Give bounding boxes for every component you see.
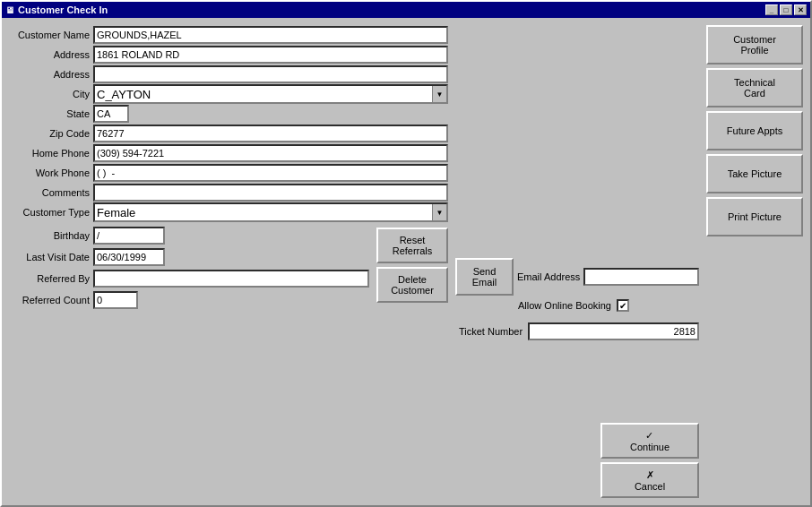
address2-input[interactable]	[93, 65, 448, 83]
birthday-row: Birthday	[9, 226, 369, 245]
referred-by-input[interactable]	[93, 270, 369, 288]
titlebar: 🖥 Customer Check In _ □ ✕	[2, 2, 810, 18]
customer-type-dropdown-btn[interactable]: ▼	[432, 204, 446, 220]
work-phone-row: Work Phone	[9, 163, 448, 183]
referred-by-row: Referred By	[9, 269, 369, 288]
city-combo[interactable]: C_AYTON ▼	[93, 84, 448, 104]
print-picture-button[interactable]: Print Picture	[706, 197, 803, 236]
customer-type-combo[interactable]: Female ▼	[93, 202, 448, 222]
customer-name-label: Customer Name	[9, 30, 90, 40]
window-title: Customer Check In	[18, 4, 108, 15]
send-email-button[interactable]: Send Email	[455, 258, 514, 296]
home-phone-input[interactable]	[93, 144, 448, 162]
customer-name-input[interactable]	[93, 26, 448, 44]
comments-input[interactable]	[93, 184, 448, 202]
zip-label: Zip Code	[9, 128, 90, 139]
window-icon: 🖥	[5, 5, 14, 15]
last-visit-input[interactable]	[93, 248, 165, 266]
ticket-number-input[interactable]	[528, 322, 699, 340]
last-visit-row: Last Visit Date	[9, 247, 369, 267]
close-button[interactable]: ✕	[794, 4, 807, 15]
online-booking-checkbox[interactable]: ✔	[617, 299, 629, 312]
continue-button[interactable]: ✓ Continue	[600, 423, 699, 459]
address1-label: Address	[9, 49, 90, 60]
state-input[interactable]	[93, 105, 129, 123]
comments-label: Comments	[9, 187, 90, 198]
city-dropdown-btn[interactable]: ▼	[432, 86, 446, 102]
home-phone-label: Home Phone	[9, 148, 90, 159]
zip-input[interactable]	[93, 125, 448, 142]
email-address-label: Email Address	[517, 271, 580, 282]
customer-name-row: Customer Name	[9, 25, 448, 45]
titlebar-controls: _ □ ✕	[765, 4, 807, 15]
titlebar-left: 🖥 Customer Check In	[5, 4, 108, 15]
address2-label: Address	[9, 69, 90, 80]
email-address-input[interactable]	[583, 268, 699, 286]
future-appts-button[interactable]: Future Appts	[706, 111, 803, 150]
reset-referrals-button[interactable]: Reset Referrals	[376, 228, 448, 263]
birthday-label: Birthday	[9, 230, 90, 241]
cancel-button[interactable]: ✗ Cancel	[600, 462, 699, 498]
state-row: State	[9, 104, 448, 124]
customer-type-value: Female	[95, 205, 432, 220]
minimize-button[interactable]: _	[765, 4, 778, 15]
take-picture-button[interactable]: Take Picture	[706, 154, 803, 193]
maximize-button[interactable]: □	[780, 4, 792, 15]
delete-customer-button[interactable]: Delete Customer	[376, 267, 448, 303]
work-phone-input[interactable]	[93, 164, 448, 182]
address2-row: Address	[9, 64, 448, 84]
referred-count-label: Referred Count	[9, 295, 90, 305]
referred-count-row: Referred Count	[9, 290, 369, 310]
address1-input[interactable]	[93, 46, 448, 64]
birthday-input[interactable]	[93, 227, 165, 245]
city-label: City	[9, 89, 90, 99]
comments-row: Comments	[9, 183, 448, 202]
customer-type-row: Customer Type Female ▼	[9, 202, 448, 222]
customer-type-label: Customer Type	[9, 207, 90, 218]
state-label: State	[9, 108, 90, 119]
city-row: City C_AYTON ▼	[9, 84, 448, 104]
address1-row: Address	[9, 45, 448, 64]
city-value: C_AYTON	[95, 87, 432, 102]
zip-row: Zip Code	[9, 124, 448, 143]
online-booking-label: Allow Online Booking	[518, 300, 611, 311]
technical-card-button[interactable]: Technical Card	[706, 68, 803, 107]
referred-count-input[interactable]	[93, 291, 138, 309]
last-visit-label: Last Visit Date	[9, 252, 90, 262]
ticket-number-label: Ticket Number	[459, 326, 523, 337]
main-window: 🖥 Customer Check In _ □ ✕ Customer Name …	[0, 0, 812, 507]
home-phone-row: Home Phone	[9, 143, 448, 163]
customer-profile-button[interactable]: Customer Profile	[706, 25, 803, 64]
referred-by-label: Referred By	[9, 273, 90, 284]
work-phone-label: Work Phone	[9, 168, 90, 178]
